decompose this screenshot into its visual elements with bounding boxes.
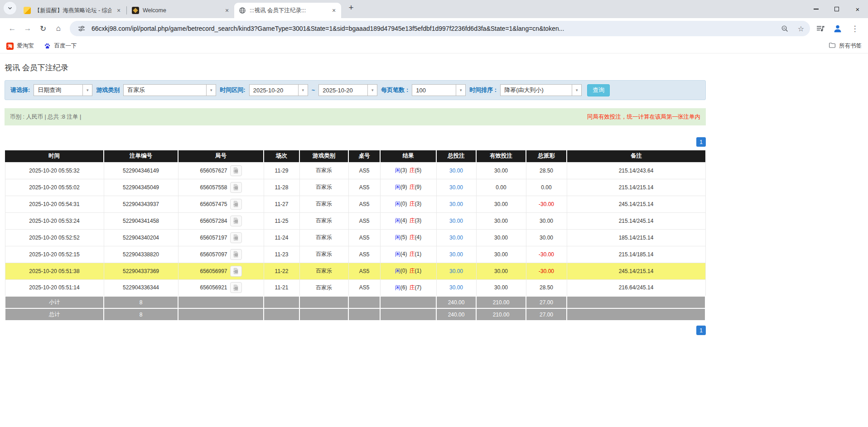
game-type-value: 百家乐 [123, 84, 206, 96]
folder-icon [829, 42, 836, 50]
cell-payout: -30.00 [526, 246, 567, 263]
cell-time: 2025-10-20 05:51:38 [5, 263, 104, 279]
sort-select[interactable]: 降幂(由大到小) ▾ [500, 84, 582, 96]
back-button[interactable]: ← [5, 21, 20, 36]
header-session: 场次 [264, 150, 299, 162]
film-icon [232, 184, 239, 191]
cell-total-bet[interactable]: 30.00 [436, 263, 476, 279]
cell-total-bet[interactable]: 30.00 [436, 246, 476, 263]
cell-total-bet[interactable]: 30.00 [436, 196, 476, 212]
close-window-button[interactable]: × [847, 0, 868, 18]
tab-welcome[interactable]: Welcome × [127, 3, 234, 18]
video-replay-button[interactable] [230, 216, 242, 226]
tab-search-button[interactable] [4, 2, 16, 14]
reload-button[interactable]: ↻ [35, 21, 51, 36]
player-points: (5) [400, 234, 407, 240]
profile-avatar[interactable] [831, 22, 844, 35]
chevron-down-icon: ▾ [367, 84, 377, 96]
player-result: 闲 [395, 268, 400, 274]
video-replay-button[interactable] [230, 282, 242, 293]
per-page-select[interactable]: 100 ▾ [412, 84, 466, 96]
cell-result: 闲(9)庄(9) [380, 179, 436, 196]
video-replay-button[interactable] [230, 182, 242, 193]
film-icon [232, 251, 239, 258]
tab-betrecord-active[interactable]: :::视讯 会员下注纪录::: × [234, 3, 341, 18]
cell-bet-id: 522904346149 [104, 162, 178, 179]
cell-time: 2025-10-20 05:53:24 [5, 212, 104, 229]
game-type-select[interactable]: 百家乐 ▾ [123, 84, 216, 96]
search-button[interactable]: 查询 [587, 84, 610, 96]
home-button[interactable]: ⌂ [51, 21, 66, 36]
query-type-select[interactable]: 日期查询 ▾ [34, 84, 92, 96]
cell-result: 闲(0)庄(1) [380, 263, 436, 279]
forward-button[interactable]: → [20, 21, 35, 36]
close-tab-icon[interactable]: × [223, 7, 231, 14]
page-1-button[interactable]: 1 [696, 326, 706, 335]
header-payout: 总派彩 [526, 150, 567, 162]
close-tab-icon[interactable]: × [330, 7, 338, 14]
cell-valid-bet: 30.00 [476, 212, 526, 229]
cell-valid-bet: 30.00 [476, 246, 526, 263]
round-number: 656057627 [200, 168, 227, 174]
header-table-no: 桌号 [348, 150, 380, 162]
chevron-down-icon: ▾ [206, 84, 216, 96]
page-1-button[interactable]: 1 [696, 137, 706, 147]
total-valid-bet: 210.00 [476, 308, 526, 321]
cell-note: 215.14/245.14 [567, 212, 705, 229]
cell-round: 656057627 [178, 162, 264, 179]
video-replay-button[interactable] [230, 165, 242, 176]
table-row: 2025-10-20 05:51:14 522904336344 6560569… [5, 279, 705, 296]
table-header: 时间 注单编号 局号 场次 游戏类别 桌号 结果 总投注 有效投注 总派彩 备注 [5, 150, 705, 162]
cell-payout: -30.00 [526, 196, 567, 212]
total-count: 8 [104, 308, 178, 321]
bookmark-star-icon[interactable]: ☆ [795, 22, 807, 35]
date-to-select[interactable]: 2025-10-20 ▾ [318, 84, 377, 96]
round-number: 656057475 [200, 201, 227, 207]
date-from-select[interactable]: 2025-10-20 ▾ [249, 84, 308, 96]
zoom-out-icon[interactable] [778, 22, 791, 35]
tab-divider [126, 6, 127, 14]
menu-icon[interactable]: ⋮ [848, 22, 862, 35]
tab-forum[interactable]: 【新提醒】海燕策略论坛 - 综合 × [19, 3, 126, 18]
bookmark-taobao[interactable]: 淘 爱淘宝 [6, 42, 34, 50]
minimize-button[interactable] [805, 0, 826, 18]
cell-result: 闲(3)庄(5) [380, 162, 436, 179]
bookmarks-bar: 淘 爱淘宝 百度一下 所有书签 [0, 39, 868, 53]
banker-points: (9) [415, 184, 422, 190]
minimize-icon [814, 9, 819, 10]
cell-total-bet[interactable]: 30.00 [436, 212, 476, 229]
bookmark-baidu[interactable]: 百度一下 [44, 42, 77, 50]
cell-total-bet[interactable]: 30.00 [436, 162, 476, 179]
close-tab-icon[interactable]: × [115, 7, 122, 14]
video-replay-button[interactable] [230, 249, 242, 260]
tab-title: Welcome [143, 7, 220, 14]
cell-note: 216.64/245.14 [567, 279, 705, 296]
maximize-button[interactable] [826, 0, 847, 18]
new-tab-button[interactable]: + [345, 1, 357, 14]
cell-time: 2025-10-20 05:52:15 [5, 246, 104, 263]
cell-game-type: 百家乐 [299, 179, 348, 196]
all-bookmarks[interactable]: 所有书签 [829, 42, 862, 50]
taobao-icon: 淘 [6, 43, 14, 50]
video-replay-button[interactable] [230, 199, 242, 210]
banker-points: (3) [415, 217, 422, 224]
site-info-icon[interactable] [75, 22, 88, 35]
pagination-bottom: 1 [5, 326, 706, 335]
cell-session: 11-24 [264, 229, 299, 246]
video-replay-button[interactable] [230, 232, 242, 243]
total-label: 总计 [5, 308, 104, 321]
cell-total-bet[interactable]: 30.00 [436, 179, 476, 196]
video-replay-button[interactable] [230, 266, 242, 277]
media-controls-icon[interactable] [814, 22, 827, 35]
cell-total-bet[interactable]: 30.00 [436, 279, 476, 296]
chevron-down-icon: ▾ [82, 84, 92, 96]
banker-result: 庄 [410, 268, 415, 274]
cell-total-bet[interactable]: 30.00 [436, 229, 476, 246]
address-bar[interactable]: 66cxkj98.com/ipl/portal.php/game/betreco… [70, 21, 810, 36]
banker-points: (5) [415, 167, 422, 173]
player-points: (3) [400, 167, 407, 173]
player-points: (4) [400, 251, 407, 257]
cell-bet-id: 522904343937 [104, 196, 178, 212]
cell-game-type: 百家乐 [299, 162, 348, 179]
tab-title: 【新提醒】海燕策略论坛 - 综合 [34, 7, 111, 14]
